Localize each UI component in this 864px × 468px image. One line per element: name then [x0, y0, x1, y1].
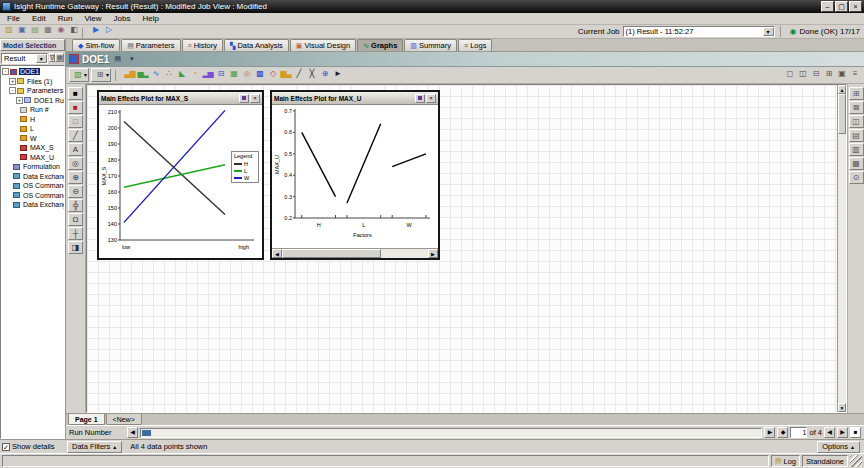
fill-color-swatch[interactable]: ■: [68, 101, 83, 114]
chart-properties-button[interactable]: [415, 94, 425, 103]
tree-item-doe1[interactable]: -DOE1: [1, 67, 64, 77]
chart-horizontal-scrollbar[interactable]: ◀ ▶: [272, 248, 438, 258]
export-graph-icon[interactable]: ▤: [849, 129, 864, 142]
tree-item-files-1[interactable]: +Files (1): [1, 77, 64, 87]
select-tool-icon[interactable]: ►: [331, 68, 344, 80]
open-icon[interactable]: ▨: [2, 24, 15, 36]
tile-quad-icon[interactable]: ⊞: [822, 68, 835, 80]
close-button[interactable]: ×: [849, 1, 862, 12]
pareto-chart-icon[interactable]: ▆▃: [279, 68, 292, 80]
view-mode-icon[interactable]: ▦: [55, 53, 64, 62]
tree-item-os-command-1[interactable]: OS Command-1: [1, 191, 64, 201]
magnifier-tool[interactable]: ◎: [68, 157, 83, 170]
remove-graph-icon[interactable]: ⊠: [849, 101, 864, 114]
stacked-bar-icon[interactable]: ▅▂: [136, 68, 149, 80]
run-play-button[interactable]: ▶: [764, 427, 775, 438]
scrollbar-track[interactable]: [282, 249, 428, 258]
run-marker-icon[interactable]: ◆: [777, 427, 788, 438]
region-tool[interactable]: ◨: [68, 241, 83, 254]
scroll-down-icon[interactable]: ▼: [838, 403, 846, 412]
page-tab-page-1[interactable]: Page 1: [68, 414, 105, 425]
graphs-canvas[interactable]: Main Effects Plot for MAX_S × 1301401501…: [86, 84, 847, 413]
menu-file[interactable]: File: [1, 14, 26, 23]
scroll-left-icon[interactable]: ◀: [272, 249, 282, 258]
pan-tool[interactable]: ╬: [68, 199, 83, 212]
menu-run[interactable]: Run: [52, 14, 79, 23]
log-panel[interactable]: ▤ Log: [771, 455, 800, 467]
options-button[interactable]: Options ▲: [817, 441, 860, 453]
chart-properties-button[interactable]: [239, 94, 249, 103]
scrollbar-thumb[interactable]: [282, 249, 381, 258]
print-graph-icon[interactable]: ▥: [849, 143, 864, 156]
fit-view-icon[interactable]: ▣: [835, 68, 848, 80]
page-tab-new[interactable]: <New>: [106, 414, 142, 425]
zoom-in-tool[interactable]: ⊕: [68, 171, 83, 184]
scrollbar-thumb[interactable]: [838, 94, 846, 134]
tree-item-data-exchanger-1[interactable]: Data Exchanger-1: [1, 200, 64, 210]
main-effects-icon[interactable]: ╱: [292, 68, 305, 80]
line-color-swatch[interactable]: ■: [68, 87, 83, 100]
area-chart-icon[interactable]: ◣: [175, 68, 188, 80]
scrollbar-track[interactable]: [838, 134, 846, 403]
add-graph-icon[interactable]: ⊞: [849, 87, 864, 100]
tab-sim-flow[interactable]: ◆Sim-flow: [72, 39, 120, 51]
current-job-select[interactable]: (1) Result - 11:52:27 ▾: [623, 26, 775, 37]
run-number-slider[interactable]: [140, 428, 762, 438]
box-plot-icon[interactable]: ⊟: [214, 68, 227, 80]
chart-close-button[interactable]: ×: [250, 94, 260, 103]
stop-button[interactable]: ■: [850, 427, 861, 438]
chart-window-max-s[interactable]: Main Effects Plot for MAX_S × 1301401501…: [97, 90, 264, 260]
print-icon[interactable]: ▦: [41, 24, 54, 36]
show-details-toggle[interactable]: ✓ Show details: [0, 442, 67, 451]
save-icon[interactable]: ▣: [15, 24, 28, 36]
tree-item-doe1-run[interactable]: +DOE1 Run: [1, 96, 64, 106]
correlation-plot-icon[interactable]: ◇: [266, 68, 279, 80]
menu-help[interactable]: Help: [136, 14, 164, 23]
tab-graphs[interactable]: ∿Graphs: [357, 39, 403, 51]
menu-view[interactable]: View: [78, 14, 107, 23]
menu-edit[interactable]: Edit: [26, 14, 52, 23]
tab-summary[interactable]: ▥Summary: [404, 39, 457, 51]
graph-settings-icon[interactable]: ⊙: [849, 171, 864, 184]
copy-graph-icon[interactable]: ◫: [849, 115, 864, 128]
surface-plot-icon[interactable]: ▦: [227, 68, 240, 80]
bar-chart-icon[interactable]: ▃▆: [123, 68, 136, 80]
crosshair-tool[interactable]: ┼: [68, 227, 83, 240]
tree-expander-icon[interactable]: -: [9, 87, 16, 94]
preferences-icon[interactable]: ◧: [67, 24, 80, 36]
tree-item-formulation[interactable]: Formulation: [1, 162, 64, 172]
histogram-icon[interactable]: ▂▅: [201, 68, 214, 80]
show-details-checkbox[interactable]: ✓: [2, 443, 10, 451]
maximize-button[interactable]: ▢: [835, 1, 848, 12]
chart-close-button[interactable]: ×: [426, 94, 436, 103]
pen-tool[interactable]: ╱: [68, 129, 83, 142]
scroll-right-icon[interactable]: ▶: [428, 249, 438, 258]
tree-expander-icon[interactable]: +: [16, 97, 23, 104]
tab-visual-design[interactable]: ▣Visual Design: [290, 39, 356, 51]
data-filters-button[interactable]: Data Filters ▲: [67, 441, 122, 453]
scatter-plot-icon[interactable]: ∴: [162, 68, 175, 80]
chevron-down-icon[interactable]: ▾: [36, 54, 47, 63]
scroll-up-icon[interactable]: ▲: [838, 85, 846, 94]
chart-window-max-u[interactable]: Main Effects Plot for MAX_U × 0.20.30.40…: [270, 90, 440, 260]
zoom-graph-icon[interactable]: ⊕: [318, 68, 331, 80]
tree-item-max-s[interactable]: MAX_S: [1, 143, 64, 153]
text-tool[interactable]: A: [68, 143, 83, 156]
tile-horizontal-icon[interactable]: ◫: [796, 68, 809, 80]
tree-expander-icon[interactable]: -: [2, 68, 9, 75]
chevron-down-icon[interactable]: ▾: [763, 27, 774, 36]
run-icon[interactable]: ▶: [89, 24, 102, 36]
chart-titlebar[interactable]: Main Effects Plot for MAX_U ×: [272, 92, 438, 105]
tab-parameters[interactable]: ▤Parameters: [121, 39, 180, 51]
tab-logs[interactable]: ≡Logs: [458, 39, 492, 51]
tile-single-icon[interactable]: ◻: [783, 68, 796, 80]
tile-vertical-icon[interactable]: ⊟: [809, 68, 822, 80]
run-number-input[interactable]: [790, 427, 807, 438]
pie-chart-icon[interactable]: ◔: [188, 68, 201, 80]
copy-icon[interactable]: ▤: [112, 54, 123, 65]
lasso-tool[interactable]: Ω: [68, 213, 83, 226]
tree-item-parameters-96[interactable]: -Parameters (96): [1, 86, 64, 96]
snapshot-icon[interactable]: ◉: [54, 24, 67, 36]
tree-item-run[interactable]: Run #: [1, 105, 64, 115]
next-run-button[interactable]: ▶: [837, 427, 848, 438]
